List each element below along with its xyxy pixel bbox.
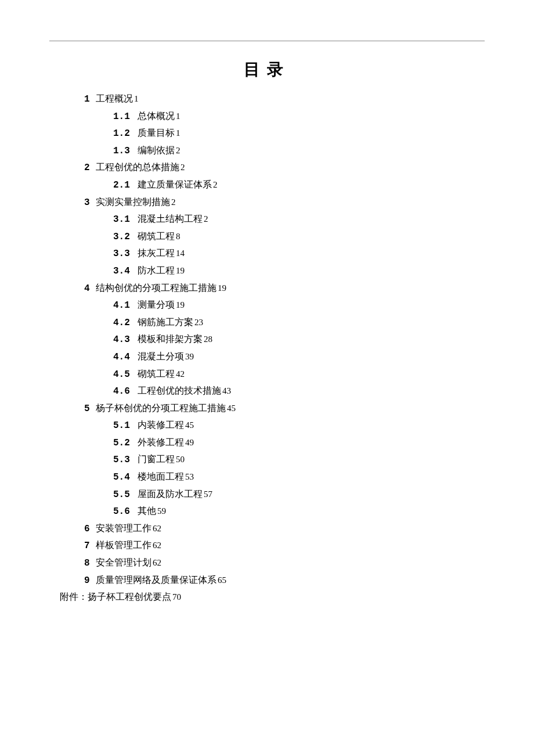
toc-number: 4.6 — [113, 384, 134, 399]
appendix-text: 扬子杯工程创优要点 — [88, 592, 171, 602]
toc-page: 23 — [194, 318, 203, 327]
toc-entry: 3.1混凝土结构工程2 — [113, 211, 485, 228]
toc-entry: 4.2钢筋施工方案23 — [113, 315, 485, 331]
toc-number: 1.3 — [113, 144, 134, 159]
toc-text: 结构创优的分项工程施工措施 — [96, 283, 217, 293]
toc-page: 28 — [204, 334, 212, 344]
toc-page: 53 — [185, 472, 194, 481]
toc-text: 屋面及防水工程 — [138, 489, 203, 499]
toc-number: 3.4 — [113, 264, 134, 279]
toc-number: 3.1 — [113, 213, 134, 228]
toc-page: 1 — [176, 128, 181, 138]
toc-text: 工程创优的技术措施 — [138, 386, 221, 395]
toc-page: 62 — [153, 541, 161, 550]
toc-text: 测量分项 — [138, 300, 175, 309]
toc-text: 内装修工程 — [138, 420, 184, 430]
toc-page: 57 — [204, 489, 212, 499]
appendix-page: 70 — [172, 592, 181, 602]
toc-number: 3.3 — [113, 247, 134, 262]
toc-entry: 5杨子杯创优的分项工程施工措施45 — [84, 401, 485, 417]
toc-text: 模板和排架方案 — [138, 334, 203, 344]
toc-page: 2 — [171, 197, 176, 207]
page-title: 目录 — [49, 59, 485, 81]
toc-text: 混凝土分项 — [138, 351, 184, 361]
toc-number: 1 — [84, 92, 92, 107]
toc-number: 5.2 — [113, 436, 134, 451]
toc-entry: 5.3门窗工程50 — [113, 452, 485, 468]
toc-text: 外装修工程 — [138, 437, 184, 447]
toc-text: 质量目标 — [138, 128, 175, 138]
toc-page: 39 — [185, 352, 194, 361]
toc-page: 45 — [227, 404, 236, 413]
toc-entry: 9质量管理网络及质量保证体系65 — [84, 573, 485, 589]
toc-page: 1 — [134, 94, 139, 103]
toc-number: 8 — [84, 556, 92, 571]
toc-entry: 3.3抹灰工程14 — [113, 246, 485, 262]
toc-entry: 4.1测量分项19 — [113, 297, 485, 314]
table-of-contents: 1工程概况11.1总体概况11.2质量目标11.3编制依据22工程创优的总体措施… — [49, 91, 485, 604]
toc-page: 49 — [185, 438, 194, 447]
toc-page: 62 — [153, 524, 161, 533]
toc-number: 9 — [84, 574, 92, 589]
toc-page: 8 — [176, 232, 181, 241]
toc-entry: 3实测实量控制措施2 — [84, 195, 485, 211]
toc-text: 防水工程 — [138, 265, 175, 275]
toc-entry: 5.6其他59 — [113, 503, 485, 520]
toc-number: 5.6 — [113, 505, 134, 520]
toc-number: 4.4 — [113, 350, 134, 365]
top-rule — [49, 41, 485, 41]
toc-number: 1.2 — [113, 127, 134, 142]
toc-page: 1 — [176, 111, 181, 121]
toc-entry: 5.2外装修工程49 — [113, 435, 485, 451]
toc-page: 42 — [176, 369, 185, 379]
toc-text: 钢筋施工方案 — [138, 317, 193, 327]
toc-number: 6 — [84, 522, 92, 537]
toc-number: 4.5 — [113, 368, 134, 383]
toc-number: 7 — [84, 539, 92, 554]
toc-text: 砌筑工程 — [138, 231, 175, 241]
toc-entry: 5.4楼地面工程53 — [113, 469, 485, 485]
toc-entry: 3.4防水工程19 — [113, 263, 485, 279]
toc-number: 5.3 — [113, 453, 134, 468]
toc-text: 砌筑工程 — [138, 369, 175, 379]
toc-entry: 1.3编制依据2 — [113, 143, 485, 159]
toc-text: 实测实量控制措施 — [96, 197, 170, 207]
toc-number: 4.1 — [113, 298, 134, 314]
toc-entry: 4.3模板和排架方案28 — [113, 332, 485, 348]
toc-text: 抹灰工程 — [138, 248, 175, 258]
toc-number: 1.1 — [113, 110, 134, 125]
toc-entry: 4.4混凝土分项39 — [113, 349, 485, 365]
appendix-label: 附件： — [60, 592, 88, 602]
toc-page: 2 — [213, 180, 218, 189]
toc-text: 楼地面工程 — [138, 471, 184, 481]
toc-entry: 7样板管理工作62 — [84, 538, 485, 554]
toc-page: 65 — [218, 575, 226, 585]
toc-page: 43 — [222, 386, 231, 395]
toc-number: 3 — [84, 196, 92, 211]
toc-text: 其他 — [138, 506, 156, 516]
toc-number: 4.3 — [113, 333, 134, 348]
toc-text: 安全管理计划 — [96, 557, 151, 567]
toc-number: 5.1 — [113, 419, 134, 434]
toc-page: 50 — [176, 455, 185, 464]
toc-entry: 6安装管理工作62 — [84, 521, 485, 537]
toc-text: 混凝土结构工程 — [138, 214, 203, 224]
toc-entry: 1.1总体概况1 — [113, 109, 485, 125]
toc-entry: 2工程创优的总体措施2 — [84, 160, 485, 176]
toc-page: 19 — [176, 266, 185, 275]
toc-page: 2 — [204, 214, 208, 224]
toc-page: 19 — [176, 300, 185, 309]
toc-text: 工程概况 — [96, 93, 133, 103]
toc-number: 5.4 — [113, 470, 134, 485]
toc-number: 3.2 — [113, 230, 134, 245]
toc-page: 2 — [176, 146, 181, 155]
toc-entry: 3.2砌筑工程8 — [113, 229, 485, 245]
toc-text: 总体概况 — [138, 111, 175, 121]
toc-appendix-entry: 附件：扬子杯工程创优要点70 — [60, 589, 485, 604]
toc-text: 建立质量保证体系 — [138, 179, 212, 189]
toc-entry: 5.1内装修工程45 — [113, 417, 485, 434]
toc-number: 5 — [84, 402, 92, 417]
toc-number: 4 — [84, 282, 92, 297]
toc-number: 4.2 — [113, 316, 134, 331]
toc-number: 2.1 — [113, 178, 134, 193]
